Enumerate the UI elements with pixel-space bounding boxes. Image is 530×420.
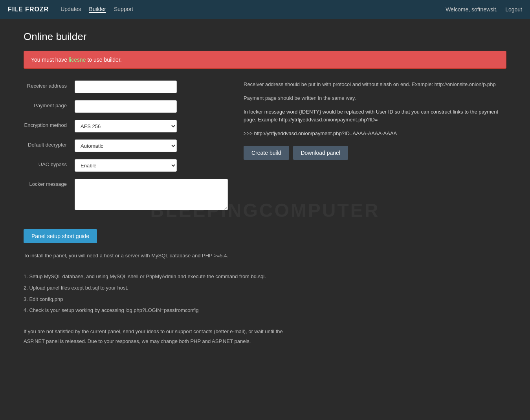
create-build-button[interactable]: Create build: [244, 146, 289, 160]
info-para3-highlight: In locker message word {IDENTY} would be…: [244, 108, 506, 125]
decrypter-label: Default decrypter: [24, 139, 75, 149]
nav-logout-button[interactable]: Logout: [505, 6, 522, 13]
info-para2: Payment page should be written in the sa…: [244, 94, 506, 103]
nav-links: Updates Builder Support: [61, 6, 446, 13]
builder-form: Receiver address Payment page Encryption…: [24, 81, 506, 217]
locker-textarea[interactable]: [75, 179, 228, 210]
navbar: FILE FROZR Updates Builder Support Welco…: [0, 0, 530, 19]
encryption-select[interactable]: AES 256 AES 128 Blowfish: [75, 120, 177, 132]
alert-text-before: You must have: [31, 57, 69, 63]
nav-link-builder[interactable]: Builder: [89, 6, 106, 13]
receiver-input[interactable]: [75, 81, 177, 93]
locker-label: Locker message: [24, 179, 75, 188]
locker-row: Locker message: [24, 179, 228, 210]
decrypter-select[interactable]: Automatic Manual: [75, 139, 177, 152]
instructions-footer: If you are not satisfied by the current …: [24, 327, 299, 346]
uac-label: UAC bypass: [24, 159, 75, 168]
alert-license-link[interactable]: licesne: [69, 57, 86, 63]
info-para1: Receiver address should be put in with p…: [244, 81, 506, 89]
alert-text-after: to use builder.: [86, 57, 122, 63]
decrypter-row: Default decrypter Automatic Manual: [24, 139, 228, 152]
uac-row: UAC bypass Enable Disable: [24, 159, 228, 172]
instructions-intro: To install the panel, you will need a ho…: [24, 251, 299, 261]
receiver-label: Receiver address: [24, 81, 75, 90]
nav-link-updates[interactable]: Updates: [61, 6, 81, 13]
payment-input[interactable]: [75, 100, 177, 113]
encryption-label: Encryption method: [24, 120, 75, 129]
payment-row: Payment page: [24, 100, 228, 113]
instructions-step-1: 1. Setup MySQL database, and using MySQL…: [24, 272, 299, 282]
uac-select[interactable]: Enable Disable: [75, 159, 177, 172]
payment-label: Payment page: [24, 100, 75, 109]
encryption-row: Encryption method AES 256 AES 128 Blowfi…: [24, 120, 228, 132]
info-para3-arrow: >>> http://ytrfjyeddvasd.onion/payment.p…: [244, 130, 506, 138]
nav-welcome: Welcome, softnewsit.: [446, 6, 497, 13]
receiver-row: Receiver address: [24, 81, 228, 93]
instructions-step-4: 4. Check is your setup working by access…: [24, 306, 299, 315]
panel-guide-button[interactable]: Panel setup short guide: [24, 229, 97, 243]
form-right: Receiver address should be put in with p…: [244, 81, 506, 217]
main-content: Online builder You must have licesne to …: [0, 19, 530, 359]
instructions: To install the panel, you will need a ho…: [24, 251, 299, 346]
nav-link-support[interactable]: Support: [114, 6, 133, 13]
nav-right: Welcome, softnewsit. Logout: [446, 6, 522, 13]
instructions-step-2: 2. Upload panel files exept bd.sql to yo…: [24, 283, 299, 293]
page-title: Online builder: [24, 31, 506, 43]
instructions-step-3: 3. Edit config.php: [24, 295, 299, 304]
form-left: Receiver address Payment page Encryption…: [24, 81, 228, 217]
alert-box: You must have licesne to use builder.: [24, 51, 506, 69]
action-buttons: Create build Download panel: [244, 146, 506, 160]
download-panel-button[interactable]: Download panel: [293, 146, 348, 160]
brand-logo: FILE FROZR: [8, 6, 49, 13]
